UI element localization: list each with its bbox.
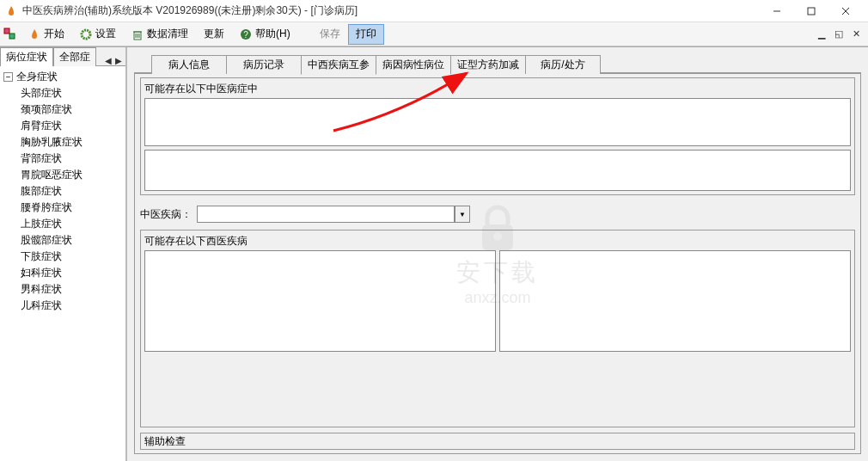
section-auxiliary-exam: 辅助检查 [140, 433, 855, 450]
menu-save[interactable]: 保存 [312, 24, 348, 45]
tcm-disease-label: 中医疾病： [140, 207, 192, 222]
help-icon: ? [240, 28, 252, 40]
tab-syndrome-prescription[interactable]: 证型方药加减 [450, 55, 526, 74]
trash-icon [131, 28, 144, 40]
menu-data-clean[interactable]: 数据清理 [124, 24, 196, 45]
svg-rect-4 [4, 28, 9, 34]
section-tcm-symptoms: 可能存在以下中医病症中 [140, 77, 855, 195]
section-label: 可能存在以下西医疾病 [144, 234, 851, 249]
mdi-restore-button[interactable]: ◱ [831, 27, 847, 42]
main-tabs: 病人信息 病历记录 中西疾病互参 病因病性病位 证型方药加减 病历/处方 [134, 54, 861, 73]
close-button[interactable] [828, 0, 863, 22]
tab-scroll-right-icon[interactable]: ▶ [113, 56, 124, 65]
section-label: 辅助检查 [144, 434, 186, 449]
tree-item[interactable]: 儿科症状 [21, 298, 122, 314]
tcm-disease-dropdown-button[interactable]: ▼ [455, 206, 470, 223]
tree-item[interactable]: 背部症状 [21, 151, 122, 167]
title-bar: 中医疾病辨治(辅助)系统版本 V201926989((未注册)剩余30天) - … [0, 0, 868, 22]
tcm-disease-input[interactable] [197, 206, 455, 223]
menu-print[interactable]: 打印 [348, 24, 384, 45]
tab-medical-record[interactable]: 病历记录 [226, 55, 302, 74]
tree-item[interactable]: 下肢症状 [21, 249, 122, 265]
mdi-close-button[interactable]: ✕ [848, 27, 864, 42]
svg-rect-5 [9, 34, 15, 39]
tcm-symptoms-list[interactable] [144, 98, 851, 146]
tab-etiology[interactable]: 病因病性病位 [376, 55, 451, 74]
tab-content: 可能存在以下中医病症中 中医疾病： ▼ 可能存在以下西医疾病 辅助检查 [134, 73, 861, 454]
svg-point-6 [82, 30, 90, 39]
mdi-controls: ▁ ◱ ✕ [813, 27, 865, 42]
tree-item[interactable]: 头部症状 [21, 85, 122, 101]
flame-icon [28, 28, 40, 40]
symptom-tree[interactable]: − 全身症状 头部症状颈项部症状肩臂症状胸胁乳腋症状背部症状胃脘呕恶症状腹部症状… [0, 66, 125, 461]
menu-settings[interactable]: 设置 [72, 24, 124, 45]
menu-update[interactable]: 更新 [196, 24, 232, 45]
tree-item[interactable]: 颈项部症状 [21, 101, 122, 118]
tab-scroll-left-icon[interactable]: ◀ [103, 56, 113, 65]
menu-start[interactable]: 开始 [21, 24, 72, 45]
mdi-minimize-button[interactable]: ▁ [814, 27, 829, 42]
tree-item[interactable]: 上肢症状 [21, 216, 122, 232]
toolbar: 开始 设置 数据清理 更新 ? 帮助(H) 保存 打印 ▁ ◱ ✕ [0, 22, 868, 46]
window-title: 中医疾病辨治(辅助)系统版本 V201926989((未注册)剩余30天) - … [22, 3, 760, 18]
tree-item[interactable]: 胃脘呕恶症状 [21, 167, 122, 183]
sidebar-tabs: 病位症状 全部症 ◀ ▶ [0, 47, 125, 66]
sidebar-tab-all-symptoms[interactable]: 全部症 [53, 47, 96, 66]
gear-icon [80, 28, 92, 40]
minimize-button[interactable] [760, 0, 794, 22]
tree-item[interactable]: 胸胁乳腋症状 [21, 134, 122, 151]
tree-item[interactable]: 男科症状 [21, 281, 122, 298]
main-panel: 病人信息 病历记录 中西疾病互参 病因病性病位 证型方药加减 病历/处方 可能存… [127, 47, 868, 461]
western-diseases-detail[interactable] [499, 250, 851, 352]
tree-item[interactable]: 腹部症状 [21, 183, 122, 200]
tab-cn-west-crossref[interactable]: 中西疾病互参 [301, 55, 376, 75]
tree-item[interactable]: 肩臂症状 [21, 118, 122, 134]
tcm-disease-row: 中医疾病： ▼ [140, 206, 855, 223]
sidebar-tab-location-symptoms[interactable]: 病位症状 [0, 47, 53, 66]
section-western-diseases: 可能存在以下西医疾病 [140, 230, 855, 427]
menu-help[interactable]: ? 帮助(H) [232, 24, 298, 45]
tab-patient-info[interactable]: 病人信息 [151, 55, 227, 74]
maximize-button[interactable] [794, 0, 828, 22]
tree-item[interactable]: 股髋部症状 [21, 232, 122, 249]
tree-root[interactable]: − 全身症状 [3, 69, 122, 85]
tree-item[interactable]: 妇科症状 [21, 265, 122, 281]
section-label: 可能存在以下中医病症中 [144, 82, 851, 96]
sidebar: 病位症状 全部症 ◀ ▶ − 全身症状 头部症状颈项部症状肩臂症状胸胁乳腋症状背… [0, 47, 127, 461]
western-diseases-list[interactable] [144, 250, 496, 352]
mdi-child-icon [3, 28, 17, 41]
svg-text:?: ? [243, 30, 248, 40]
app-icon [5, 5, 17, 17]
tree-collapse-icon[interactable]: − [3, 72, 13, 82]
tree-item[interactable]: 腰脊胯症状 [21, 200, 122, 216]
svg-rect-1 [808, 8, 815, 15]
tcm-symptoms-detail[interactable] [144, 150, 851, 191]
tab-record-prescription[interactable]: 病历/处方 [525, 55, 601, 74]
